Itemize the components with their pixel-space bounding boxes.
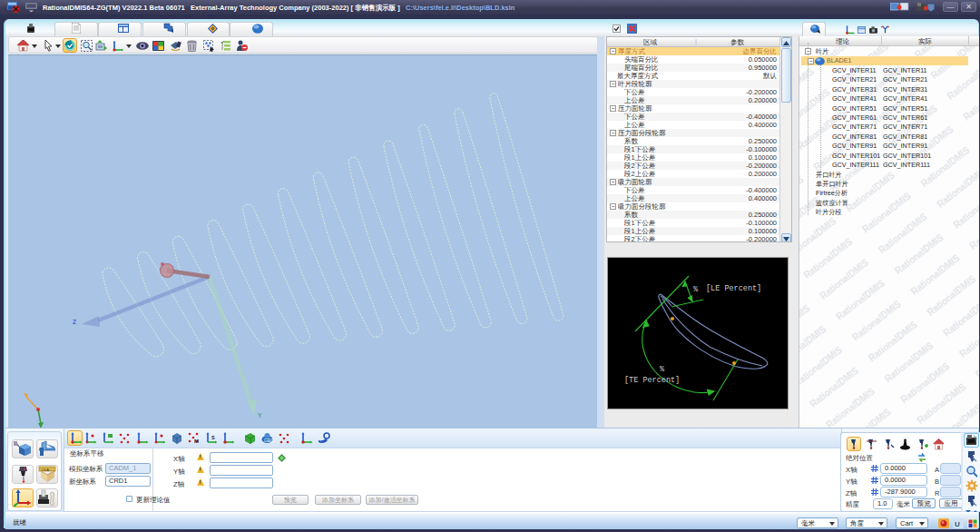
svg-text:M: M [194,438,199,444]
svg-text:[TE Percent]: [TE Percent] [624,376,680,385]
svg-text:S: S [211,435,215,440]
svg-text:LII A: LII A [42,468,49,472]
svg-text:%: % [660,365,665,374]
svg-text:U: U [955,520,960,528]
svg-text:Z: Z [73,319,77,325]
svg-text:GEO: GEO [264,438,274,443]
svg-text:[LE Percent]: [LE Percent] [706,284,761,293]
svg-text:Y: Y [258,412,262,419]
svg-text:%: % [693,285,699,294]
